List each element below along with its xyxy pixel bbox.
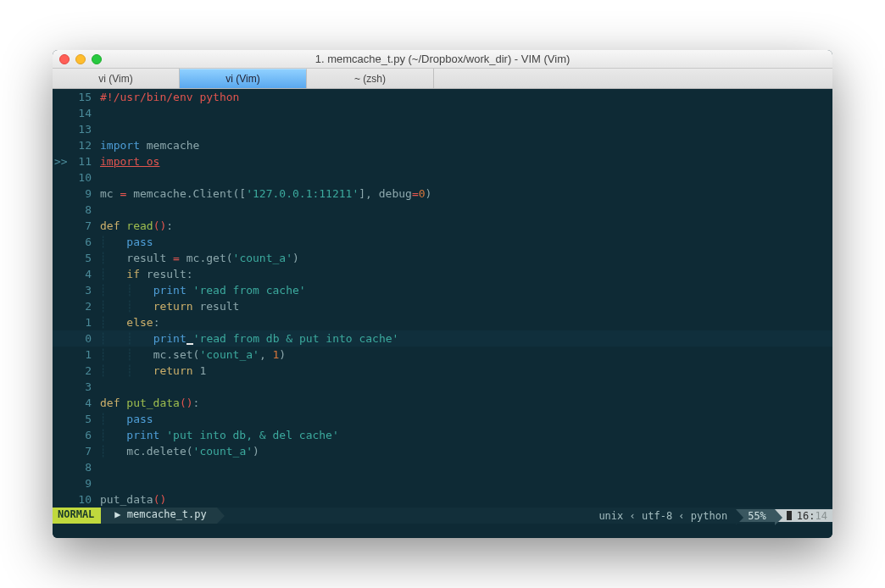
line-number: 9 — [71, 475, 98, 491]
tab-bar: vi (Vim) vi (Vim) ~ (zsh) — [53, 69, 832, 89]
line-number: 1 — [71, 347, 98, 363]
line-number: 9 — [71, 186, 98, 202]
line-number: 11 — [71, 153, 98, 169]
line-number: 3 — [71, 379, 98, 395]
line-number: 8 — [71, 202, 98, 218]
titlebar[interactable]: 1. memcache_t.py (~/Dropbox/work_dir) - … — [53, 50, 832, 69]
minimize-icon[interactable] — [75, 54, 86, 64]
line-number: 10 — [71, 491, 98, 508]
line-number: 2 — [71, 363, 98, 379]
line-number: 13 — [71, 121, 98, 137]
line-number: 7 — [71, 218, 98, 234]
line-number: 12 — [71, 137, 98, 153]
paste-icon — [787, 511, 792, 520]
line-number: 5 — [71, 411, 98, 427]
cursor-position: 16:14 — [775, 509, 832, 522]
line-number: 6 — [71, 427, 98, 443]
line-number: 6 — [71, 234, 98, 250]
line-number: 10 — [71, 169, 98, 186]
line-number: 14 — [71, 105, 98, 121]
filename-indicator: ▶ memcache_t.py — [101, 508, 216, 524]
line-number: 7 — [71, 443, 98, 459]
window-title: 1. memcache_t.py (~/Dropbox/work_dir) - … — [53, 53, 832, 65]
maximize-icon[interactable] — [92, 54, 102, 64]
scroll-percent: 55% — [736, 509, 775, 522]
close-icon[interactable] — [59, 54, 70, 64]
file-info: unix ‹ utf-8 ‹ python — [590, 509, 736, 522]
traffic-lights — [59, 54, 102, 64]
line-number: 8 — [71, 459, 98, 475]
tab-zsh[interactable]: ~ (zsh) — [307, 69, 434, 88]
command-line[interactable] — [53, 524, 832, 538]
current-line: 0┊ ┊ print'read from db & put into cache… — [53, 330, 832, 347]
line-number: 4 — [71, 266, 98, 282]
line-number: 4 — [71, 395, 98, 411]
tab-vi-2[interactable]: vi (Vim) — [180, 69, 307, 88]
line-number: 3 — [71, 282, 98, 298]
tab-vi-1[interactable]: vi (Vim) — [53, 69, 180, 88]
mode-indicator: NORMAL — [53, 508, 101, 524]
line-number: 15 — [71, 89, 98, 105]
editor-area[interactable]: 15#!/usr/bin/env python 14 13 12import m… — [53, 89, 832, 508]
error-marker: >> — [53, 153, 71, 169]
line-number: 5 — [71, 250, 98, 266]
line-number: 2 — [71, 298, 98, 314]
terminal-window: 1. memcache_t.py (~/Dropbox/work_dir) - … — [53, 50, 832, 538]
status-bar: NORMAL ▶ memcache_t.py unix ‹ utf-8 ‹ py… — [53, 508, 832, 524]
line-number: 1 — [71, 314, 98, 330]
cursor — [186, 343, 193, 345]
line-number: 0 — [71, 330, 98, 347]
